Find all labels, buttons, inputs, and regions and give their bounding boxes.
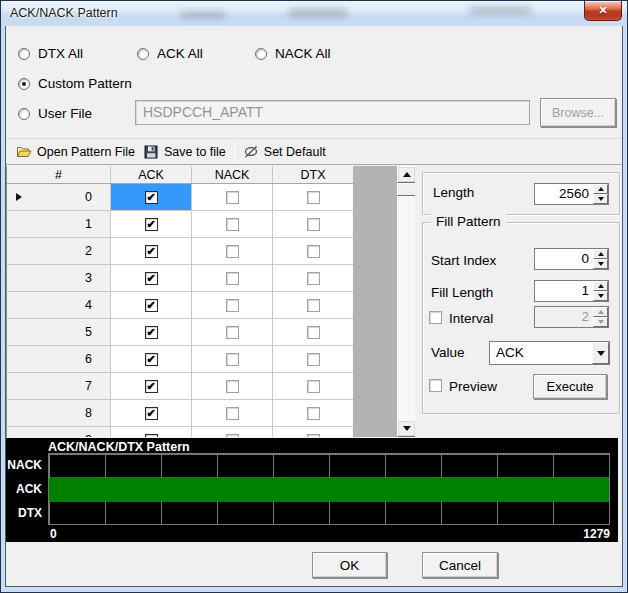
table-row[interactable]: 1 (7, 211, 353, 238)
row-header-cell[interactable]: 0 (7, 184, 111, 211)
cell-ack[interactable] (111, 346, 192, 373)
value-dropdown[interactable]: ACK (489, 341, 610, 365)
row-header-cell[interactable]: 5 (7, 319, 111, 346)
table-row[interactable]: 4 (7, 292, 353, 319)
table-row[interactable]: 3 (7, 265, 353, 292)
dtx-checkbox[interactable] (307, 434, 320, 438)
dtx-checkbox[interactable] (307, 272, 320, 285)
dtx-checkbox[interactable] (307, 191, 320, 204)
fill-length-value[interactable]: 1 (535, 281, 593, 301)
ack-checkbox[interactable] (145, 191, 158, 204)
ack-checkbox[interactable] (145, 299, 158, 312)
nack-checkbox[interactable] (226, 272, 239, 285)
cell-dtx[interactable] (273, 427, 353, 437)
cell-nack[interactable] (192, 211, 273, 238)
dtx-checkbox[interactable] (307, 218, 320, 231)
cell-ack[interactable] (111, 265, 192, 292)
row-header-cell[interactable]: 2 (7, 238, 111, 265)
cell-dtx[interactable] (273, 400, 353, 427)
ack-checkbox[interactable] (145, 353, 158, 366)
ack-checkbox[interactable] (145, 245, 158, 258)
table-row[interactable]: 7 (7, 373, 353, 400)
radio-user-file[interactable]: User File (18, 106, 92, 121)
open-pattern-file-button[interactable]: Open Pattern File (14, 142, 141, 162)
dtx-checkbox[interactable] (307, 407, 320, 420)
cell-ack[interactable] (111, 238, 192, 265)
nack-checkbox[interactable] (226, 407, 239, 420)
user-file-input[interactable]: HSDPCCH_APATT (135, 100, 530, 125)
spin-up-button[interactable] (593, 249, 608, 259)
dropdown-button[interactable] (592, 342, 609, 364)
cell-ack[interactable] (111, 319, 192, 346)
scroll-down-button[interactable] (397, 420, 415, 437)
cell-nack[interactable] (192, 265, 273, 292)
radio-custom-pattern[interactable]: Custom Pattern (18, 76, 132, 91)
spin-down-button[interactable] (593, 259, 608, 269)
cell-ack[interactable] (111, 184, 192, 211)
cell-ack[interactable] (111, 292, 192, 319)
cell-ack[interactable] (111, 211, 192, 238)
nack-checkbox[interactable] (226, 326, 239, 339)
cancel-button[interactable]: Cancel (422, 552, 498, 578)
radio-dtx-all[interactable]: DTX All (18, 46, 83, 61)
cell-nack[interactable] (192, 319, 273, 346)
spin-down-button[interactable] (593, 291, 608, 301)
nack-checkbox[interactable] (226, 380, 239, 393)
table-row[interactable]: 9 (7, 427, 353, 437)
length-spinner[interactable]: 2560 (534, 183, 609, 205)
table-scrollbar[interactable] (397, 166, 415, 437)
length-value[interactable]: 2560 (535, 184, 593, 204)
radio-circle[interactable] (18, 108, 30, 120)
cell-ack[interactable] (111, 427, 192, 437)
cell-dtx[interactable] (273, 211, 353, 238)
radio-circle[interactable] (255, 48, 267, 60)
radio-nack-all[interactable]: NACK All (255, 46, 331, 61)
row-header-cell[interactable]: 8 (7, 400, 111, 427)
scroll-up-button[interactable] (397, 166, 415, 183)
cell-nack[interactable] (192, 184, 273, 211)
nack-checkbox[interactable] (226, 218, 239, 231)
ack-checkbox[interactable] (145, 380, 158, 393)
cell-nack[interactable] (192, 427, 273, 437)
ack-checkbox[interactable] (145, 434, 158, 438)
cell-nack[interactable] (192, 346, 273, 373)
spin-up-button[interactable] (593, 184, 608, 194)
radio-ack-all[interactable]: ACK All (137, 46, 203, 61)
spin-down-button[interactable] (593, 194, 608, 204)
execute-button[interactable]: Execute (533, 374, 607, 399)
row-header-cell[interactable]: 6 (7, 346, 111, 373)
radio-circle[interactable] (18, 78, 30, 90)
ack-checkbox[interactable] (145, 407, 158, 420)
scrollbar-thumb[interactable] (397, 183, 415, 196)
radio-circle[interactable] (137, 48, 149, 60)
dtx-checkbox[interactable] (307, 299, 320, 312)
dtx-checkbox[interactable] (307, 380, 320, 393)
row-header-cell[interactable]: 1 (7, 211, 111, 238)
start-index-value[interactable]: 0 (535, 249, 593, 269)
close-button[interactable]: ✕ (584, 1, 622, 21)
cell-nack[interactable] (192, 238, 273, 265)
nack-checkbox[interactable] (226, 245, 239, 258)
interval-checkbox[interactable] (429, 311, 442, 324)
ok-button[interactable]: OK (312, 552, 387, 578)
cell-nack[interactable] (192, 373, 273, 400)
cell-dtx[interactable] (273, 346, 353, 373)
nack-checkbox[interactable] (226, 434, 239, 438)
fill-length-spinner[interactable]: 1 (534, 280, 609, 302)
ack-checkbox[interactable] (145, 218, 158, 231)
cell-nack[interactable] (192, 292, 273, 319)
row-header-cell[interactable]: 7 (7, 373, 111, 400)
row-header-cell[interactable]: 9 (7, 427, 111, 437)
table-row[interactable]: 2 (7, 238, 353, 265)
nack-checkbox[interactable] (226, 299, 239, 312)
dtx-checkbox[interactable] (307, 326, 320, 339)
titlebar[interactable]: ACK/NACK Pattern ✕ (1, 1, 627, 26)
ack-checkbox[interactable] (145, 272, 158, 285)
cell-dtx[interactable] (273, 319, 353, 346)
preview-checkbox[interactable] (429, 379, 442, 392)
cell-ack[interactable] (111, 373, 192, 400)
row-header-cell[interactable]: 3 (7, 265, 111, 292)
start-index-spinner[interactable]: 0 (534, 248, 609, 270)
set-default-button[interactable]: Set Default (241, 142, 332, 162)
dtx-checkbox[interactable] (307, 245, 320, 258)
